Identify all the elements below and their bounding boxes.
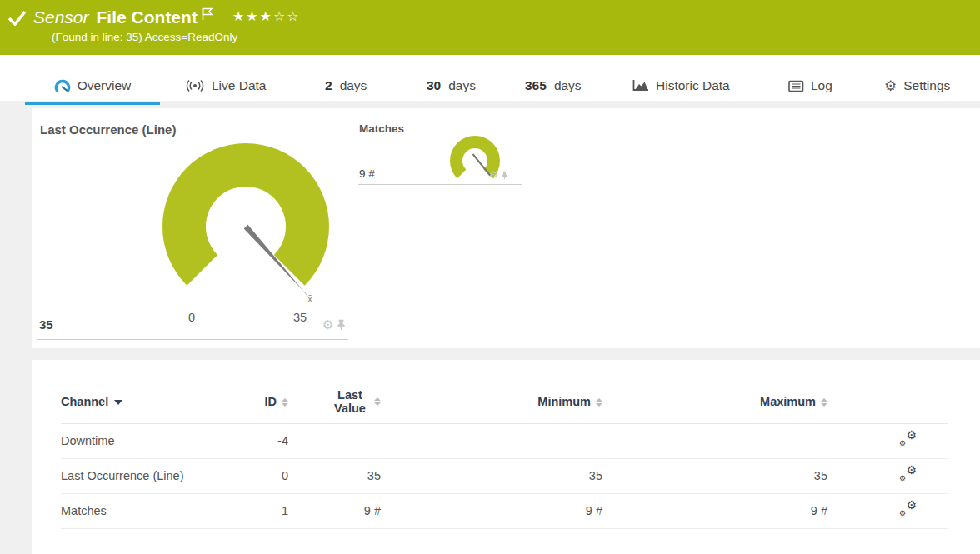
widget-gear-icon[interactable]: ⚙ [489, 170, 498, 180]
sensor-title: File Content [97, 7, 198, 27]
gauges-panel: x̄ 0 35 Last Occurrence (Line) 35 ⚙ Matc… [32, 108, 980, 348]
channel-name: Matches [61, 493, 222, 528]
sort-icon [596, 398, 602, 407]
status-ok-icon [8, 9, 27, 26]
mean-marker: x̄ [308, 293, 312, 305]
tab-historic-data[interactable]: Historic Data [632, 78, 730, 93]
stars-empty[interactable]: ☆☆ [273, 9, 301, 23]
channel-last-value: 35 [288, 458, 381, 493]
tab-number: 30 [427, 78, 441, 93]
channel-maximum: 9 # [602, 493, 828, 528]
channel-id: -4 [222, 423, 288, 458]
channels-panel: Channel ID Last Value Minimum Maximum Do… [32, 360, 980, 554]
tab-label: days [554, 78, 582, 93]
tab-label: Live Data [212, 78, 266, 93]
edit-channel-icon[interactable]: ⚙⚙ [899, 432, 917, 447]
tab-number: 365 [525, 78, 547, 93]
sensor-status-message: (Found in line: 35) Access=ReadOnly [52, 31, 238, 43]
edit-channel-icon[interactable]: ⚙⚙ [899, 467, 917, 482]
tab-bar: Overview Live Data 2 days 30 days 365 da… [0, 55, 980, 101]
channel-name: Downtime [61, 423, 222, 458]
sensor-overview-page: Sensor File Content ★★★☆☆ (Found in line… [0, 0, 980, 554]
priority-stars[interactable]: ★★★☆☆ [232, 8, 301, 24]
tab-label: Log [811, 78, 832, 93]
channel-id: 0 [222, 458, 288, 493]
column-header-actions [828, 380, 948, 423]
sort-icon [821, 398, 828, 407]
widget-pin-icon[interactable] [501, 171, 508, 180]
column-header-channel[interactable]: Channel [61, 380, 222, 423]
sort-icon [282, 398, 288, 407]
main-gauge-arc [162, 143, 329, 286]
column-header-last-value[interactable]: Last Value [288, 380, 381, 423]
main-gauge-title: Last Occurrence (Line) [40, 122, 176, 137]
tab-live-data[interactable]: Live Data [185, 78, 266, 93]
matches-gauge-title: Matches [359, 122, 404, 135]
channel-maximum: 35 [602, 458, 828, 493]
gear-icon: ⚙ [884, 79, 897, 93]
channel-maximum [602, 423, 828, 458]
tab-365-days[interactable]: 365 days [525, 78, 582, 93]
priority-flag-icon[interactable] [202, 7, 214, 21]
sorted-desc-icon [114, 400, 122, 405]
divider [37, 339, 348, 340]
widget-gear-icon[interactable]: ⚙ [322, 318, 333, 331]
sensor-kind-label: Sensor [33, 7, 89, 27]
column-header-maximum[interactable]: Maximum [602, 380, 828, 423]
widget-pin-icon[interactable] [337, 319, 346, 331]
matches-gauge-value: 9 # [359, 167, 375, 180]
channels-table: Channel ID Last Value Minimum Maximum Do… [61, 380, 948, 529]
table-row: Downtime -4 ⚙⚙ [61, 423, 948, 458]
gauge-graphics: x̄ 0 35 [32, 108, 565, 348]
channel-minimum [381, 423, 602, 458]
table-header-row: Channel ID Last Value Minimum Maximum [61, 380, 948, 423]
main-gauge-min-label: 0 [188, 311, 195, 324]
main-gauge-max-label: 35 [293, 311, 307, 324]
tab-label: Historic Data [656, 78, 730, 93]
broadcast-icon [185, 79, 205, 92]
tab-2-days[interactable]: 2 days [325, 78, 367, 93]
tab-overview[interactable]: Overview [25, 78, 160, 93]
channel-minimum: 35 [381, 458, 602, 493]
table-row: Last Occurrence (Line) 0 35 35 35 ⚙⚙ [61, 458, 948, 493]
tab-log[interactable]: Log [788, 78, 832, 93]
table-row: Matches 1 9 # 9 # 9 # ⚙⚙ [61, 493, 948, 528]
main-gauge-value: 35 [39, 317, 53, 332]
tab-30-days[interactable]: 30 days [427, 78, 476, 93]
divider [358, 184, 522, 185]
gauge-icon [54, 79, 71, 92]
column-header-id[interactable]: ID [222, 380, 288, 423]
channel-id: 1 [222, 493, 288, 528]
column-header-minimum[interactable]: Minimum [381, 380, 602, 423]
stars-filled[interactable]: ★★★ [232, 9, 273, 23]
tab-label: Overview [78, 78, 132, 93]
channel-last-value: 9 # [288, 493, 381, 528]
tab-label: days [340, 78, 368, 93]
tab-settings[interactable]: ⚙ Settings [884, 78, 950, 93]
area-chart-icon [632, 79, 649, 92]
channel-last-value [288, 423, 381, 458]
channel-name: Last Occurrence (Line) [61, 458, 222, 493]
sensor-header: Sensor File Content ★★★☆☆ (Found in line… [0, 0, 980, 55]
log-list-icon [788, 80, 804, 92]
sort-icon [374, 397, 381, 406]
tab-label: days [448, 78, 476, 93]
tab-number: 2 [325, 78, 332, 93]
edit-channel-icon[interactable]: ⚙⚙ [899, 502, 917, 517]
tab-label: Settings [903, 78, 950, 93]
channel-minimum: 9 # [381, 493, 602, 528]
